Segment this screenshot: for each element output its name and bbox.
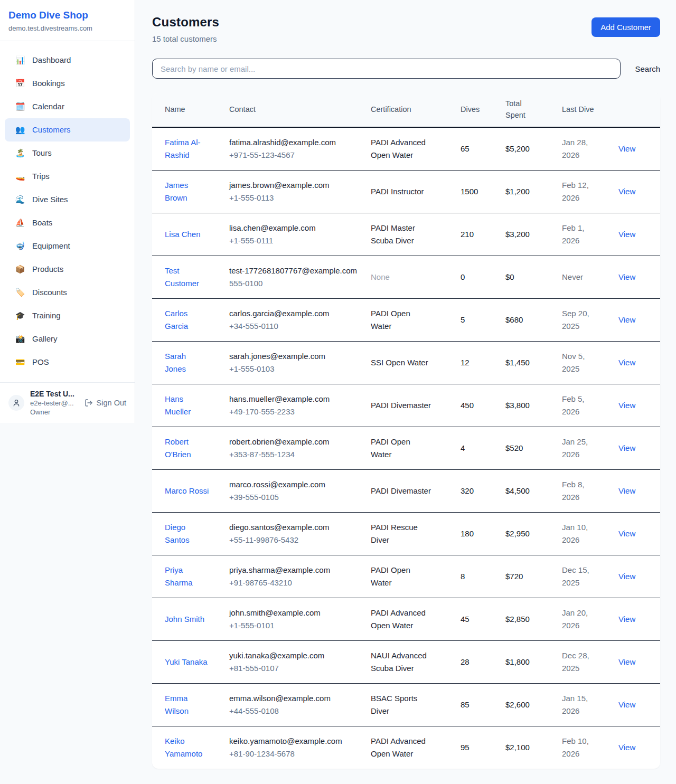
view-customer-link[interactable]: View <box>618 272 635 281</box>
user-icon <box>12 399 21 407</box>
camera-icon: 📸 <box>15 333 25 345</box>
customer-total-spent: $3,200 <box>505 230 530 239</box>
customer-dives: 5 <box>461 315 465 324</box>
view-customer-link[interactable]: View <box>618 401 635 410</box>
customer-last-dive: Jan 20, 2026 <box>562 608 588 630</box>
sidebar-item-discounts[interactable]: 🏷️ Discounts <box>5 281 130 304</box>
customer-certification: PADI Divemaster <box>371 401 431 410</box>
customer-phone: +81-555-0107 <box>229 662 362 675</box>
table-body: Fatima Al-Rashid fatima.alrashid@example… <box>152 127 660 769</box>
sidebar-item-training[interactable]: 🎓 Training <box>5 304 130 327</box>
sidebar-item-boats[interactable]: ⛵ Boats <box>5 211 130 234</box>
sidebar-item-dashboard[interactable]: 📊 Dashboard <box>5 49 130 72</box>
customer-last-dive: Jan 25, 2026 <box>562 437 588 459</box>
view-customer-link[interactable]: View <box>618 657 635 666</box>
customer-email: lisa.chen@example.com <box>229 222 362 234</box>
table-row: Diego Santos diego.santos@example.com +5… <box>152 512 660 555</box>
customer-dives: 28 <box>461 657 470 666</box>
customer-last-dive: Feb 8, 2026 <box>562 480 585 502</box>
add-customer-button[interactable]: Add Customer <box>592 17 660 37</box>
customer-name-link[interactable]: Yuki Tanaka <box>165 657 208 666</box>
customer-phone: +1-555-0111 <box>229 234 362 247</box>
customer-name-link[interactable]: Sarah Jones <box>165 352 186 373</box>
customer-dives: 0 <box>461 272 465 281</box>
sidebar-item-tours[interactable]: 🏝️ Tours <box>5 141 130 165</box>
view-customer-link[interactable]: View <box>618 230 635 239</box>
customer-name-link[interactable]: James Brown <box>165 181 188 202</box>
view-customer-link[interactable]: View <box>618 144 635 153</box>
customer-phone: +39-555-0105 <box>229 491 362 504</box>
sidebar-item-products[interactable]: 📦 Products <box>5 258 130 281</box>
sidebar-item-dive-sites[interactable]: 🌊 Dive Sites <box>5 188 130 211</box>
customer-certification: BSAC Sports Diver <box>371 694 417 715</box>
customer-name-link[interactable]: Hans Mueller <box>165 394 191 416</box>
table-header-row: Name Contact Certification Dives Total S… <box>152 93 660 127</box>
customer-email: carlos.garcia@example.com <box>229 307 362 320</box>
customer-total-spent: $1,450 <box>505 358 530 367</box>
sidebar-nav: 📊 Dashboard 📅 Bookings 🗓️ Calendar 👥 Cus… <box>0 41 135 382</box>
view-customer-link[interactable]: View <box>618 743 635 752</box>
table-row: Robert O'Brien robert.obrien@example.com… <box>152 427 660 469</box>
customer-certification: PADI Advanced Open Water <box>371 608 426 630</box>
customer-total-spent: $1,800 <box>505 657 530 666</box>
speedboat-icon: 🚤 <box>15 170 25 183</box>
customer-name-link[interactable]: Diego Santos <box>165 523 190 544</box>
customer-name-link[interactable]: Emma Wilson <box>165 694 189 715</box>
view-customer-link[interactable]: View <box>618 315 635 324</box>
view-customer-link[interactable]: View <box>618 615 635 624</box>
sidebar-item-pos[interactable]: 💳 POS <box>5 351 130 374</box>
customer-dives: 12 <box>461 358 470 367</box>
main-content: Customers 15 total customers Add Custome… <box>135 0 676 784</box>
customer-email: priya.sharma@example.com <box>229 564 362 577</box>
view-customer-link[interactable]: View <box>618 572 635 581</box>
sidebar-item-customers[interactable]: 👥 Customers <box>5 118 130 141</box>
customer-name-link[interactable]: Marco Rossi <box>165 486 209 495</box>
sidebar-item-trips[interactable]: 🚤 Trips <box>5 165 130 188</box>
sidebar-item-gallery[interactable]: 📸 Gallery <box>5 327 130 351</box>
sidebar-item-label: Training <box>32 309 61 322</box>
customer-name-link[interactable]: Priya Sharma <box>165 565 193 587</box>
sign-out-button[interactable]: Sign Out <box>84 399 126 407</box>
customer-email: robert.obrien@example.com <box>229 436 362 448</box>
spiral-calendar-icon: 🗓️ <box>15 100 25 113</box>
sidebar-item-equipment[interactable]: 🤿 Equipment <box>5 234 130 258</box>
sidebar-item-bookings[interactable]: 📅 Bookings <box>5 72 130 95</box>
customer-name-link[interactable]: Fatima Al-Rashid <box>165 138 201 159</box>
search-input[interactable] <box>152 59 621 79</box>
customer-name-link[interactable]: Lisa Chen <box>165 230 201 239</box>
customer-certification: PADI Rescue Diver <box>371 523 418 544</box>
customer-total-spent: $720 <box>505 572 523 581</box>
avatar <box>8 395 24 411</box>
user-email: e2e-tester@... <box>30 399 79 407</box>
customer-last-dive: Feb 12, 2026 <box>562 181 589 202</box>
customer-dives: 85 <box>461 700 470 709</box>
customer-total-spent: $2,100 <box>505 743 530 752</box>
customer-last-dive: Nov 5, 2025 <box>562 352 585 373</box>
brand-name: Demo Dive Shop <box>8 10 126 22</box>
search-button[interactable]: Search <box>635 64 660 73</box>
page-header: Customers 15 total customers Add Custome… <box>152 15 660 43</box>
customer-last-dive: Jan 10, 2026 <box>562 523 588 544</box>
view-customer-link[interactable]: View <box>618 700 635 709</box>
customer-name-link[interactable]: John Smith <box>165 615 204 624</box>
table-row: Emma Wilson emma.wilson@example.com +44-… <box>152 683 660 726</box>
view-customer-link[interactable]: View <box>618 358 635 367</box>
view-customer-link[interactable]: View <box>618 443 635 452</box>
view-customer-link[interactable]: View <box>618 529 635 538</box>
sidebar-item-calendar[interactable]: 🗓️ Calendar <box>5 95 130 118</box>
customer-email: yuki.tanaka@example.com <box>229 649 362 662</box>
customer-total-spent: $2,950 <box>505 529 530 538</box>
island-icon: 🏝️ <box>15 147 25 159</box>
customer-name-link[interactable]: Carlos Garcia <box>165 309 188 330</box>
customer-name-link[interactable]: Test Customer <box>165 266 199 288</box>
view-customer-link[interactable]: View <box>618 187 635 196</box>
customer-name-link[interactable]: Keiko Yamamoto <box>165 736 202 758</box>
customer-last-dive: Feb 10, 2026 <box>562 736 589 758</box>
customer-dives: 45 <box>461 615 470 624</box>
view-customer-link[interactable]: View <box>618 486 635 495</box>
table-row: Lisa Chen lisa.chen@example.com +1-555-0… <box>152 213 660 256</box>
customer-certification: PADI Advanced Open Water <box>371 736 426 758</box>
customer-name-link[interactable]: Robert O'Brien <box>165 437 191 459</box>
customer-total-spent: $3,800 <box>505 401 530 410</box>
customer-phone: +353-87-555-1234 <box>229 448 362 461</box>
